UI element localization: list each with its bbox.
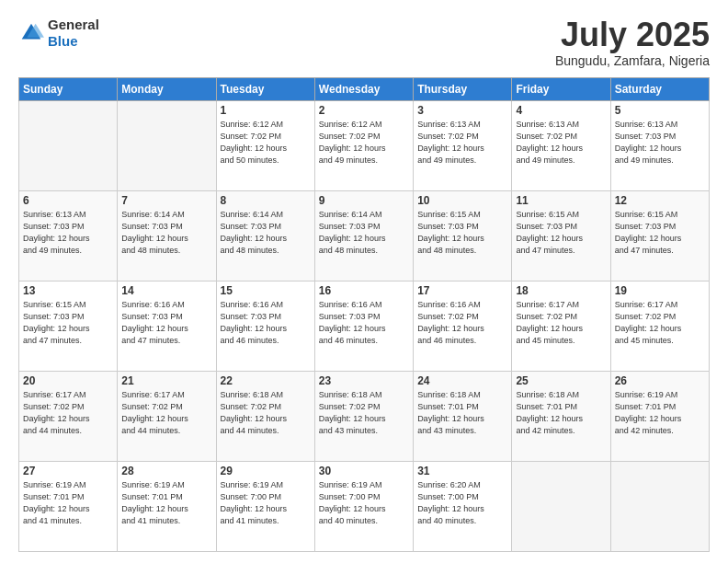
day-number: 26 [615,374,705,387]
day-info: Sunrise: 6:17 AM Sunset: 7:02 PM Dayligh… [615,299,705,347]
calendar-cell: 9Sunrise: 6:14 AM Sunset: 7:03 PM Daylig… [314,190,413,281]
header: General Blue July 2025 Bungudu, Zamfara,… [18,17,710,68]
day-info: Sunrise: 6:16 AM Sunset: 7:03 PM Dayligh… [221,299,311,347]
day-number: 29 [221,465,311,477]
day-info: Sunrise: 6:13 AM Sunset: 7:03 PM Dayligh… [615,119,705,167]
calendar-cell: 19Sunrise: 6:17 AM Sunset: 7:02 PM Dayli… [610,281,709,371]
month-title: July 2025 [555,17,710,53]
calendar-cell: 1Sunrise: 6:12 AM Sunset: 7:02 PM Daylig… [216,100,314,190]
calendar-cell: 18Sunrise: 6:17 AM Sunset: 7:02 PM Dayli… [512,281,610,371]
calendar-cell: 12Sunrise: 6:15 AM Sunset: 7:03 PM Dayli… [610,190,709,281]
day-number: 22 [221,374,311,387]
calendar-cell [118,100,216,190]
day-number: 13 [23,284,113,297]
day-info: Sunrise: 6:17 AM Sunset: 7:02 PM Dayligh… [121,389,211,437]
day-info: Sunrise: 6:14 AM Sunset: 7:03 PM Dayligh… [319,209,409,257]
calendar-cell: 23Sunrise: 6:18 AM Sunset: 7:02 PM Dayli… [314,371,413,461]
calendar-cell [610,461,709,551]
day-info: Sunrise: 6:14 AM Sunset: 7:03 PM Dayligh… [221,209,311,257]
day-info: Sunrise: 6:19 AM Sunset: 7:00 PM Dayligh… [319,479,409,527]
calendar-cell: 3Sunrise: 6:13 AM Sunset: 7:02 PM Daylig… [414,100,512,190]
day-number: 28 [121,465,211,477]
weekday-header-friday: Friday [512,77,610,100]
day-number: 5 [615,104,705,117]
weekday-header-row: SundayMondayTuesdayWednesdayThursdayFrid… [19,77,710,100]
week-row-4: 20Sunrise: 6:17 AM Sunset: 7:02 PM Dayli… [19,371,710,461]
day-number: 3 [417,104,507,117]
title-block: July 2025 Bungudu, Zamfara, Nigeria [555,17,710,68]
day-number: 4 [516,104,606,117]
day-number: 30 [319,465,409,477]
day-number: 23 [319,374,409,387]
day-number: 27 [23,465,113,477]
day-info: Sunrise: 6:13 AM Sunset: 7:02 PM Dayligh… [516,119,606,167]
calendar-cell: 26Sunrise: 6:19 AM Sunset: 7:01 PM Dayli… [610,371,709,461]
day-info: Sunrise: 6:14 AM Sunset: 7:03 PM Dayligh… [121,209,211,257]
calendar-cell: 2Sunrise: 6:12 AM Sunset: 7:02 PM Daylig… [314,100,413,190]
calendar-cell: 7Sunrise: 6:14 AM Sunset: 7:03 PM Daylig… [118,190,216,281]
day-number: 9 [319,194,409,207]
calendar-cell: 6Sunrise: 6:13 AM Sunset: 7:03 PM Daylig… [19,190,118,281]
weekday-header-monday: Monday [118,77,216,100]
day-number: 16 [319,284,409,297]
day-number: 2 [319,104,409,117]
calendar-cell: 31Sunrise: 6:20 AM Sunset: 7:00 PM Dayli… [414,461,512,551]
week-row-1: 1Sunrise: 6:12 AM Sunset: 7:02 PM Daylig… [19,100,710,190]
calendar-cell: 24Sunrise: 6:18 AM Sunset: 7:01 PM Dayli… [414,371,512,461]
day-number: 17 [417,284,507,297]
calendar-cell: 16Sunrise: 6:16 AM Sunset: 7:03 PM Dayli… [314,281,413,371]
weekday-header-tuesday: Tuesday [216,77,314,100]
weekday-header-sunday: Sunday [19,77,118,100]
day-info: Sunrise: 6:15 AM Sunset: 7:03 PM Dayligh… [417,209,507,257]
day-info: Sunrise: 6:19 AM Sunset: 7:01 PM Dayligh… [23,479,113,527]
day-info: Sunrise: 6:12 AM Sunset: 7:02 PM Dayligh… [319,119,409,167]
day-number: 21 [121,374,211,387]
day-number: 11 [516,194,606,207]
day-info: Sunrise: 6:18 AM Sunset: 7:02 PM Dayligh… [319,389,409,437]
week-row-5: 27Sunrise: 6:19 AM Sunset: 7:01 PM Dayli… [19,461,710,551]
day-number: 31 [417,465,507,477]
day-number: 20 [23,374,113,387]
calendar-cell: 10Sunrise: 6:15 AM Sunset: 7:03 PM Dayli… [414,190,512,281]
day-info: Sunrise: 6:12 AM Sunset: 7:02 PM Dayligh… [221,119,311,167]
calendar-cell: 15Sunrise: 6:16 AM Sunset: 7:03 PM Dayli… [216,281,314,371]
calendar-cell: 20Sunrise: 6:17 AM Sunset: 7:02 PM Dayli… [19,371,118,461]
logo-icon [18,20,44,46]
weekday-header-wednesday: Wednesday [314,77,413,100]
calendar-cell: 11Sunrise: 6:15 AM Sunset: 7:03 PM Dayli… [512,190,610,281]
day-info: Sunrise: 6:16 AM Sunset: 7:02 PM Dayligh… [417,299,507,347]
day-number: 15 [221,284,311,297]
calendar-cell: 4Sunrise: 6:13 AM Sunset: 7:02 PM Daylig… [512,100,610,190]
day-number: 8 [221,194,311,207]
calendar-cell: 5Sunrise: 6:13 AM Sunset: 7:03 PM Daylig… [610,100,709,190]
calendar: SundayMondayTuesdayWednesdayThursdayFrid… [18,77,710,552]
calendar-cell: 27Sunrise: 6:19 AM Sunset: 7:01 PM Dayli… [19,461,118,551]
day-info: Sunrise: 6:13 AM Sunset: 7:02 PM Dayligh… [417,119,507,167]
calendar-cell: 30Sunrise: 6:19 AM Sunset: 7:00 PM Dayli… [314,461,413,551]
day-info: Sunrise: 6:16 AM Sunset: 7:03 PM Dayligh… [121,299,211,347]
calendar-cell [512,461,610,551]
day-info: Sunrise: 6:15 AM Sunset: 7:03 PM Dayligh… [615,209,705,257]
weekday-header-saturday: Saturday [610,77,709,100]
calendar-cell [19,100,118,190]
day-info: Sunrise: 6:15 AM Sunset: 7:03 PM Dayligh… [23,299,113,347]
day-number: 14 [121,284,211,297]
calendar-cell: 8Sunrise: 6:14 AM Sunset: 7:03 PM Daylig… [216,190,314,281]
day-number: 18 [516,284,606,297]
day-info: Sunrise: 6:16 AM Sunset: 7:03 PM Dayligh… [319,299,409,347]
day-info: Sunrise: 6:20 AM Sunset: 7:00 PM Dayligh… [417,479,507,527]
logo-general-text: General [48,17,99,33]
day-info: Sunrise: 6:19 AM Sunset: 7:01 PM Dayligh… [615,389,705,437]
calendar-cell: 13Sunrise: 6:15 AM Sunset: 7:03 PM Dayli… [19,281,118,371]
day-number: 12 [615,194,705,207]
day-info: Sunrise: 6:18 AM Sunset: 7:01 PM Dayligh… [417,389,507,437]
week-row-3: 13Sunrise: 6:15 AM Sunset: 7:03 PM Dayli… [19,281,710,371]
day-info: Sunrise: 6:15 AM Sunset: 7:03 PM Dayligh… [516,209,606,257]
location: Bungudu, Zamfara, Nigeria [555,53,710,68]
calendar-cell: 22Sunrise: 6:18 AM Sunset: 7:02 PM Dayli… [216,371,314,461]
weekday-header-thursday: Thursday [414,77,512,100]
week-row-2: 6Sunrise: 6:13 AM Sunset: 7:03 PM Daylig… [19,190,710,281]
logo: General Blue [18,17,99,50]
day-info: Sunrise: 6:17 AM Sunset: 7:02 PM Dayligh… [23,389,113,437]
day-number: 24 [417,374,507,387]
